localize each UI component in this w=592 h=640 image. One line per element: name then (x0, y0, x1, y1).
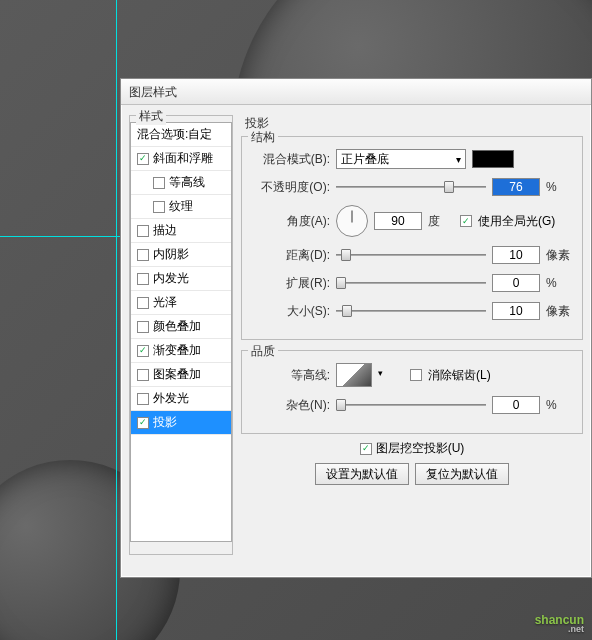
guide-vertical (116, 0, 117, 640)
antialias-checkbox[interactable] (410, 369, 422, 381)
distance-label: 距离(D): (252, 247, 330, 264)
structure-groupbox: 结构 混合模式(B): 正片叠底 不透明度(O): 76 % (241, 136, 583, 340)
spread-unit: % (546, 276, 572, 290)
shadow-color-swatch[interactable] (472, 150, 514, 168)
opacity-label: 不透明度(O): (252, 179, 330, 196)
quality-groupbox: 品质 等高线: 消除锯齿(L) 杂色(N): 0 % (241, 350, 583, 434)
angle-label: 角度(A): (252, 213, 330, 230)
angle-unit: 度 (428, 213, 454, 230)
checkbox-icon[interactable] (137, 225, 149, 237)
style-item-label: 纹理 (169, 198, 193, 215)
checkbox-icon[interactable] (137, 417, 149, 429)
angle-dial[interactable] (336, 205, 368, 237)
style-item-drop-shadow[interactable]: 投影 (131, 411, 231, 435)
contour-picker[interactable] (336, 363, 372, 387)
styles-list: 混合选项:自定 斜面和浮雕 等高线 纹理 (130, 122, 232, 542)
blend-mode-value: 正片叠底 (341, 151, 389, 168)
style-item-inner-glow[interactable]: 内发光 (131, 267, 231, 291)
watermark: shancun .net (535, 610, 584, 634)
style-item-stroke[interactable]: 描边 (131, 219, 231, 243)
size-input[interactable]: 10 (492, 302, 540, 320)
style-item-label: 投影 (153, 414, 177, 431)
spread-label: 扩展(R): (252, 275, 330, 292)
distance-input[interactable]: 10 (492, 246, 540, 264)
style-item-contour[interactable]: 等高线 (131, 171, 231, 195)
style-item-pattern-overlay[interactable]: 图案叠加 (131, 363, 231, 387)
checkbox-icon[interactable] (137, 249, 149, 261)
noise-unit: % (546, 398, 572, 412)
style-item-label: 斜面和浮雕 (153, 150, 213, 167)
style-item-label: 外发光 (153, 390, 189, 407)
dialog-title: 图层样式 (129, 85, 177, 99)
checkbox-icon[interactable] (137, 369, 149, 381)
size-unit: 像素 (546, 303, 572, 320)
blend-mode-label: 混合模式(B): (252, 151, 330, 168)
noise-input[interactable]: 0 (492, 396, 540, 414)
style-item-inner-shadow[interactable]: 内阴影 (131, 243, 231, 267)
checkbox-icon[interactable] (137, 153, 149, 165)
style-item-label: 光泽 (153, 294, 177, 311)
style-item-outer-glow[interactable]: 外发光 (131, 387, 231, 411)
checkbox-icon[interactable] (137, 273, 149, 285)
set-default-button[interactable]: 设置为默认值 (315, 463, 409, 485)
checkbox-icon[interactable] (137, 393, 149, 405)
distance-slider[interactable] (336, 247, 486, 263)
styles-groupbox-title: 样式 (136, 108, 166, 125)
global-light-checkbox[interactable] (460, 215, 472, 227)
noise-label: 杂色(N): (252, 397, 330, 414)
reset-default-button[interactable]: 复位为默认值 (415, 463, 509, 485)
style-item-label: 描边 (153, 222, 177, 239)
opacity-slider[interactable] (336, 179, 486, 195)
opacity-unit: % (546, 180, 572, 194)
knockout-label: 图层挖空投影(U) (376, 440, 465, 457)
section-title: 投影 (245, 115, 583, 132)
checkbox-icon[interactable] (137, 345, 149, 357)
style-item-satin[interactable]: 光泽 (131, 291, 231, 315)
blend-options-label: 混合选项:自定 (137, 126, 212, 143)
contour-label: 等高线: (252, 367, 330, 384)
blend-mode-select[interactable]: 正片叠底 (336, 149, 466, 169)
style-item-bevel[interactable]: 斜面和浮雕 (131, 147, 231, 171)
opacity-input[interactable]: 76 (492, 178, 540, 196)
size-label: 大小(S): (252, 303, 330, 320)
style-item-label: 渐变叠加 (153, 342, 201, 359)
structure-title: 结构 (248, 129, 278, 146)
style-item-label: 内阴影 (153, 246, 189, 263)
antialias-label: 消除锯齿(L) (428, 367, 491, 384)
knockout-checkbox[interactable] (360, 443, 372, 455)
style-item-color-overlay[interactable]: 颜色叠加 (131, 315, 231, 339)
global-light-label: 使用全局光(G) (478, 213, 555, 230)
dialog-titlebar[interactable]: 图层样式 (121, 79, 591, 105)
style-item-texture[interactable]: 纹理 (131, 195, 231, 219)
style-item-label: 等高线 (169, 174, 205, 191)
spread-slider[interactable] (336, 275, 486, 291)
checkbox-icon[interactable] (137, 321, 149, 333)
style-item-label: 图案叠加 (153, 366, 201, 383)
checkbox-icon[interactable] (153, 201, 165, 213)
checkbox-icon[interactable] (153, 177, 165, 189)
distance-unit: 像素 (546, 247, 572, 264)
checkbox-icon[interactable] (137, 297, 149, 309)
blend-options-item[interactable]: 混合选项:自定 (131, 123, 231, 147)
styles-groupbox: 样式 混合选项:自定 斜面和浮雕 等高线 纹理 (129, 115, 233, 555)
size-slider[interactable] (336, 303, 486, 319)
style-item-label: 颜色叠加 (153, 318, 201, 335)
style-item-label: 内发光 (153, 270, 189, 287)
angle-input[interactable]: 90 (374, 212, 422, 230)
spread-input[interactable]: 0 (492, 274, 540, 292)
style-item-gradient-overlay[interactable]: 渐变叠加 (131, 339, 231, 363)
noise-slider[interactable] (336, 397, 486, 413)
layer-style-dialog: 图层样式 样式 混合选项:自定 斜面和浮雕 等高线 (120, 78, 592, 578)
quality-title: 品质 (248, 343, 278, 360)
